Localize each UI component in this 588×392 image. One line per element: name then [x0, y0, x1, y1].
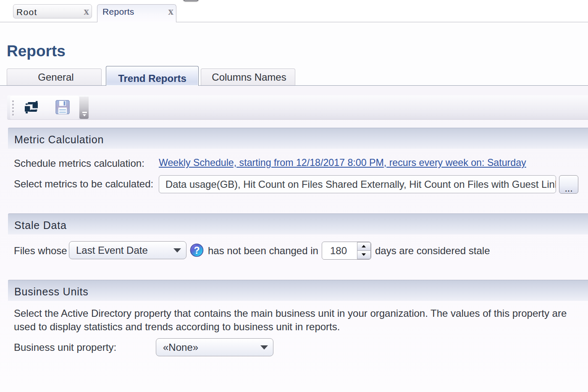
svg-text:?: ? [194, 245, 200, 256]
